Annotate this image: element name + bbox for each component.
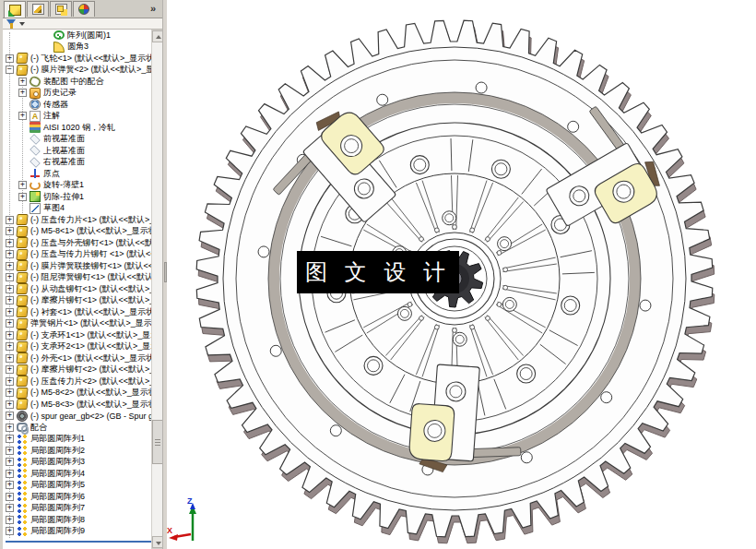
expand-icon[interactable]: + [6,504,14,512]
tree-row[interactable]: +(-) 膜片弹簧联接铆钉<1> (默认<< [6,260,151,272]
graphics-viewport[interactable]: ZX 图 文 设 计 [167,0,756,549]
tree-row[interactable]: +(-) M5-8<3> (默认<<默认>_显示状 [6,399,151,411]
local-pattern-icon [17,514,28,525]
expand-icon[interactable]: + [6,377,14,386]
expand-icon[interactable]: + [18,181,27,189]
expand-icon[interactable]: + [6,388,14,397]
mates-icon [17,423,28,432]
expand-icon[interactable]: + [6,458,14,466]
sketch-icon [30,203,41,214]
tree-row[interactable]: +切除-拉伸1 [18,191,151,203]
tree-row[interactable]: +局部圆周阵列6 [6,491,151,503]
tree-row[interactable]: +(-) 从动盘铆钉<1> (默认<<默认>_ [6,283,151,295]
expand-icon[interactable]: + [6,481,14,489]
expand-icon[interactable]: + [6,424,14,432]
expand-icon[interactable]: + [6,250,14,258]
tree-row[interactable]: 阵列(圆周)1 [42,30,151,42]
tree-row[interactable]: +(-) 衬套<1> (默认<<默认>_显示状 [6,306,151,318]
expand-icon[interactable]: + [6,365,14,374]
tree-item-label: 局部圆周阵列8 [30,514,85,526]
expand-icon[interactable]: + [6,227,14,235]
expand-icon[interactable]: + [6,262,14,270]
tree-row[interactable]: AISI 1020 钢，冷轧 [18,122,151,134]
tree-row[interactable]: +注解 [18,111,151,123]
expand-icon[interactable]: + [6,285,14,293]
tree-row[interactable]: +(-) 压盘与外壳铆钉<1> (默认<<默 [6,237,151,249]
tab-displaymanager[interactable] [73,1,95,17]
tree-row[interactable]: +旋转-薄壁1 [18,180,151,192]
tree-item-label: 局部圆周阵列7 [30,502,85,514]
expand-icon[interactable]: + [6,296,14,304]
expand-icon[interactable]: + [18,193,27,201]
tree-row[interactable]: +局部圆周阵列4 [6,468,151,480]
expand-icon[interactable]: + [18,112,27,120]
tree-row[interactable]: +局部圆周阵列9 [6,526,151,538]
expand-icon[interactable]: + [6,54,14,63]
expand-icon[interactable]: + [6,354,14,363]
expand-icon[interactable]: + [6,435,14,443]
tab-propertymanager[interactable] [27,1,49,17]
tree-row[interactable]: +(-) 飞轮<1> (默认<<默认>_显示状 [6,53,151,65]
expand-icon[interactable]: + [6,516,14,524]
tree-row[interactable]: −(-) 膜片弹簧<2> (默认<<默认>_显 [6,65,151,77]
expand-icon[interactable]: + [6,331,14,340]
collapse-icon[interactable]: − [6,66,14,74]
tree-row[interactable]: +局部圆周阵列7 [6,503,151,515]
configurationmanager-icon [55,4,67,15]
clutch-assembly-model[interactable]: ZX [167,0,756,549]
expand-icon[interactable]: + [6,400,14,409]
expand-icon[interactable]: + [6,319,14,328]
tree-item-label: (-) 衬套<1> (默认<<默认>_显示状 [30,306,151,318]
tree-row[interactable]: +(-) spur gear_gb<2> (GB - Spur g [6,411,151,423]
tree-row[interactable]: 圆角3 [42,42,151,54]
material-icon [30,122,41,133]
tree-row[interactable]: +局部圆周阵列3 [6,457,151,469]
expand-icon[interactable]: + [18,89,27,97]
tree-row[interactable]: +(-) 外壳<1> (默认<<默认>_显示状 [6,352,151,364]
filter-dropdown-caret[interactable] [19,22,25,26]
expand-icon[interactable]: + [6,470,14,478]
tree-item-label: 历史记录 [43,87,77,99]
tree-row[interactable]: +局部圆周阵列8 [6,514,151,526]
expand-icon[interactable]: + [18,78,27,86]
expand-icon[interactable]: + [6,412,14,420]
tree-row[interactable]: 前视基准面 [18,134,151,146]
tab-featuremanager[interactable] [4,1,26,18]
rollback-bar[interactable] [6,541,151,543]
tree-row[interactable]: +(-) M5-8<2> (默认<<默认>_显示状 [6,388,151,400]
tree-row[interactable]: 草图4 [18,203,151,215]
expand-icon[interactable]: + [6,308,14,316]
tree-row[interactable]: +(-) M5-8<1> (默认<<默认>_显示状 [6,226,151,238]
tab-configurationmanager[interactable] [50,1,72,17]
tree-row[interactable]: +弹簧钢片<1> (默认<<默认>_显示状 [6,318,151,330]
tree-row[interactable]: 传感器 [18,99,151,111]
tree-row[interactable]: +历史记录 [18,88,151,100]
tree-row[interactable]: 右视基准面 [18,157,151,169]
filter-funnel-icon[interactable] [6,19,16,26]
tree-row[interactable]: +局部圆周阵列2 [6,445,151,457]
tree-row[interactable]: +(-) 支承环2<1> (默认<<默认>_显示 [6,341,151,353]
tree-row[interactable]: +(-) 摩擦片铆钉<2> (默认<<默认>_ [6,364,151,376]
tree-row[interactable]: +配合 [6,422,151,434]
expand-icon[interactable]: + [6,239,14,247]
tree-item-label: (-) 摩擦片铆钉<1> (默认<<默认>_ [30,294,151,306]
expand-icon[interactable]: + [6,447,14,455]
tree-row[interactable]: 原点 [18,168,151,180]
tree-row[interactable]: +(-) 阻尼弹簧铆钉<1> (默认<<默认 [6,272,151,284]
tree-row[interactable]: +局部圆周阵列5 [6,480,151,492]
tree-row[interactable]: 上视基准面 [18,145,151,157]
expand-tabs-chevron[interactable]: » [150,3,156,14]
expand-icon[interactable]: + [6,342,14,351]
expand-icon[interactable]: + [6,493,14,501]
tree-row[interactable]: +装配图 中的配合 [18,76,151,88]
tree-row[interactable]: +(-) 压盘传力片<1> (默认<<默认>_ [6,214,151,226]
tree-row[interactable]: +(-) 压盘传力片<2> (默认<<默认>_ [6,376,151,388]
tree-row[interactable]: +(-) 摩擦片铆钉<1> (默认<<默认>_ [6,295,151,307]
tree-item-label: 原点 [43,168,60,180]
tree-row[interactable]: +(-) 压盘与传力片铆钉 <1> (默认<< [6,249,151,261]
expand-icon[interactable]: + [6,527,14,535]
tree-row[interactable]: +局部圆周阵列1 [6,434,151,446]
expand-icon[interactable]: + [6,273,14,281]
expand-icon[interactable]: + [6,216,14,224]
tree-row[interactable]: +(-) 支承环1<1> (默认<<默认>_显示 [6,329,151,341]
